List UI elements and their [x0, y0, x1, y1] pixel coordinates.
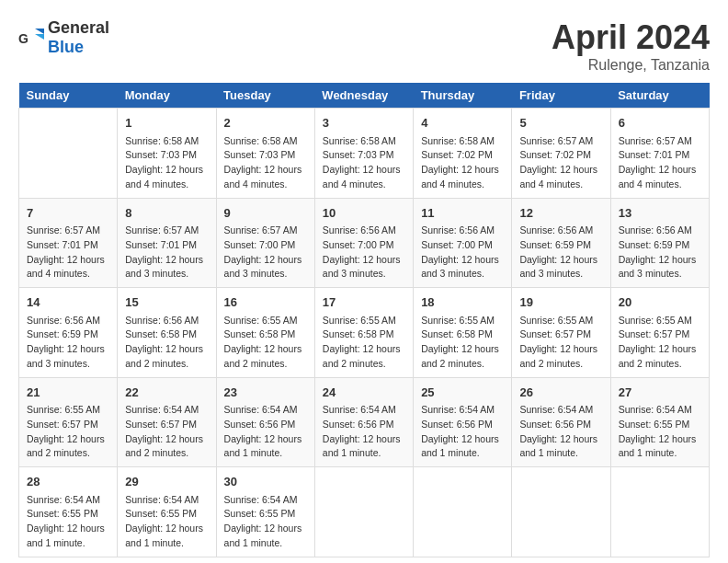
day-number: 28 [27, 473, 109, 491]
calendar-cell [314, 467, 413, 557]
day-info: Sunrise: 6:55 AM Sunset: 6:57 PM Dayligh… [619, 314, 701, 372]
calendar-cell: 26Sunrise: 6:54 AM Sunset: 6:56 PM Dayli… [512, 377, 610, 467]
day-info: Sunrise: 6:54 AM Sunset: 6:57 PM Dayligh… [125, 403, 208, 461]
calendar-week-2: 7Sunrise: 6:57 AM Sunset: 7:01 PM Daylig… [19, 198, 710, 288]
day-info: Sunrise: 6:58 AM Sunset: 7:03 PM Dayligh… [125, 134, 208, 192]
day-number: 27 [619, 384, 701, 402]
day-number: 8 [125, 204, 208, 223]
day-info: Sunrise: 6:54 AM Sunset: 6:55 PM Dayligh… [224, 493, 307, 551]
calendar-cell: 6Sunrise: 6:57 AM Sunset: 7:01 PM Daylig… [610, 109, 709, 199]
calendar-cell: 22Sunrise: 6:54 AM Sunset: 6:57 PM Dayli… [118, 377, 216, 467]
calendar-cell: 2Sunrise: 6:58 AM Sunset: 7:03 PM Daylig… [216, 109, 314, 199]
calendar-cell [512, 467, 610, 557]
calendar-cell: 21Sunrise: 6:55 AM Sunset: 6:57 PM Dayli… [19, 377, 118, 467]
calendar-cell: 24Sunrise: 6:54 AM Sunset: 6:56 PM Dayli… [314, 377, 413, 467]
day-number: 2 [224, 114, 307, 132]
day-number: 26 [519, 384, 602, 402]
day-info: Sunrise: 6:57 AM Sunset: 7:01 PM Dayligh… [125, 224, 208, 282]
calendar-week-5: 28Sunrise: 6:54 AM Sunset: 6:55 PM Dayli… [19, 467, 710, 557]
calendar-cell: 4Sunrise: 6:58 AM Sunset: 7:02 PM Daylig… [414, 109, 512, 199]
day-number: 18 [421, 293, 504, 312]
calendar-table: SundayMondayTuesdayWednesdayThursdayFrid… [18, 83, 710, 557]
svg-marker-1 [35, 29, 44, 34]
day-number: 25 [421, 384, 504, 402]
day-info: Sunrise: 6:55 AM Sunset: 6:57 PM Dayligh… [519, 314, 602, 372]
calendar-cell [610, 467, 709, 557]
day-number: 23 [224, 384, 307, 402]
calendar-cell: 5Sunrise: 6:57 AM Sunset: 7:02 PM Daylig… [512, 109, 610, 199]
calendar-header-row: SundayMondayTuesdayWednesdayThursdayFrid… [19, 83, 710, 109]
calendar-week-4: 21Sunrise: 6:55 AM Sunset: 6:57 PM Dayli… [19, 377, 710, 467]
day-number: 3 [323, 114, 405, 132]
day-info: Sunrise: 6:56 AM Sunset: 7:00 PM Dayligh… [323, 224, 405, 282]
day-number: 16 [224, 293, 307, 312]
day-number: 10 [323, 204, 405, 223]
month-title: April 2024 [552, 18, 710, 57]
calendar-cell: 8Sunrise: 6:57 AM Sunset: 7:01 PM Daylig… [118, 198, 216, 288]
day-number: 7 [27, 204, 109, 223]
calendar-cell [19, 109, 118, 199]
header-day-thursday: Thursday [414, 83, 512, 109]
header: G General Blue April 2024 Rulenge, Tanza… [18, 18, 710, 74]
calendar-cell: 18Sunrise: 6:55 AM Sunset: 6:58 PM Dayli… [414, 288, 512, 378]
day-info: Sunrise: 6:55 AM Sunset: 6:58 PM Dayligh… [224, 314, 307, 372]
day-info: Sunrise: 6:54 AM Sunset: 6:55 PM Dayligh… [125, 493, 208, 551]
day-number: 5 [519, 114, 602, 132]
day-info: Sunrise: 6:57 AM Sunset: 7:02 PM Dayligh… [519, 134, 602, 192]
day-info: Sunrise: 6:57 AM Sunset: 7:01 PM Dayligh… [27, 224, 109, 282]
calendar-cell: 27Sunrise: 6:54 AM Sunset: 6:55 PM Dayli… [610, 377, 709, 467]
day-number: 22 [125, 384, 208, 402]
day-info: Sunrise: 6:56 AM Sunset: 6:59 PM Dayligh… [619, 224, 701, 282]
calendar-cell: 1Sunrise: 6:58 AM Sunset: 7:03 PM Daylig… [118, 109, 216, 199]
day-info: Sunrise: 6:54 AM Sunset: 6:56 PM Dayligh… [323, 403, 405, 461]
calendar-cell: 15Sunrise: 6:56 AM Sunset: 6:58 PM Dayli… [118, 288, 216, 378]
calendar-week-3: 14Sunrise: 6:56 AM Sunset: 6:59 PM Dayli… [19, 288, 710, 378]
header-day-sunday: Sunday [19, 83, 118, 109]
location-title: Rulenge, Tanzania [552, 57, 710, 74]
header-day-monday: Monday [118, 83, 216, 109]
calendar-cell: 20Sunrise: 6:55 AM Sunset: 6:57 PM Dayli… [610, 288, 709, 378]
calendar-cell: 7Sunrise: 6:57 AM Sunset: 7:01 PM Daylig… [19, 198, 118, 288]
calendar-cell: 30Sunrise: 6:54 AM Sunset: 6:55 PM Dayli… [216, 467, 314, 557]
calendar-cell: 12Sunrise: 6:56 AM Sunset: 6:59 PM Dayli… [512, 198, 610, 288]
day-number: 6 [619, 114, 701, 132]
day-number: 14 [27, 293, 109, 312]
header-day-saturday: Saturday [610, 83, 709, 109]
calendar-cell [414, 467, 512, 557]
day-info: Sunrise: 6:56 AM Sunset: 6:59 PM Dayligh… [27, 314, 109, 372]
day-number: 15 [125, 293, 208, 312]
day-info: Sunrise: 6:58 AM Sunset: 7:03 PM Dayligh… [323, 134, 405, 192]
day-info: Sunrise: 6:54 AM Sunset: 6:55 PM Dayligh… [27, 493, 109, 551]
day-info: Sunrise: 6:58 AM Sunset: 7:03 PM Dayligh… [224, 134, 307, 192]
day-info: Sunrise: 6:56 AM Sunset: 7:00 PM Dayligh… [421, 224, 504, 282]
svg-marker-2 [35, 34, 44, 40]
svg-text:G: G [18, 31, 28, 46]
day-number: 4 [421, 114, 504, 132]
calendar-week-1: 1Sunrise: 6:58 AM Sunset: 7:03 PM Daylig… [19, 109, 710, 199]
calendar-cell: 9Sunrise: 6:57 AM Sunset: 7:00 PM Daylig… [216, 198, 314, 288]
day-number: 20 [619, 293, 701, 312]
calendar-cell: 10Sunrise: 6:56 AM Sunset: 7:00 PM Dayli… [314, 198, 413, 288]
day-info: Sunrise: 6:57 AM Sunset: 7:00 PM Dayligh… [224, 224, 307, 282]
day-number: 19 [519, 293, 602, 312]
day-number: 12 [519, 204, 602, 223]
header-day-friday: Friday [512, 83, 610, 109]
logo-blue: Blue [48, 38, 84, 56]
header-day-wednesday: Wednesday [314, 83, 413, 109]
logo-general: General [48, 18, 109, 37]
header-day-tuesday: Tuesday [216, 83, 314, 109]
calendar-cell: 23Sunrise: 6:54 AM Sunset: 6:56 PM Dayli… [216, 377, 314, 467]
day-number: 13 [619, 204, 701, 223]
day-info: Sunrise: 6:54 AM Sunset: 6:56 PM Dayligh… [224, 403, 307, 461]
calendar-cell: 17Sunrise: 6:55 AM Sunset: 6:58 PM Dayli… [314, 288, 413, 378]
calendar-cell: 11Sunrise: 6:56 AM Sunset: 7:00 PM Dayli… [414, 198, 512, 288]
day-info: Sunrise: 6:57 AM Sunset: 7:01 PM Dayligh… [619, 134, 701, 192]
calendar-cell: 28Sunrise: 6:54 AM Sunset: 6:55 PM Dayli… [19, 467, 118, 557]
day-number: 29 [125, 473, 208, 491]
day-info: Sunrise: 6:54 AM Sunset: 6:55 PM Dayligh… [619, 403, 701, 461]
calendar-cell: 13Sunrise: 6:56 AM Sunset: 6:59 PM Dayli… [610, 198, 709, 288]
title-area: April 2024 Rulenge, Tanzania [552, 18, 710, 74]
logo-text: General Blue [48, 18, 109, 57]
day-info: Sunrise: 6:56 AM Sunset: 6:59 PM Dayligh… [519, 224, 602, 282]
day-info: Sunrise: 6:55 AM Sunset: 6:58 PM Dayligh… [421, 314, 504, 372]
